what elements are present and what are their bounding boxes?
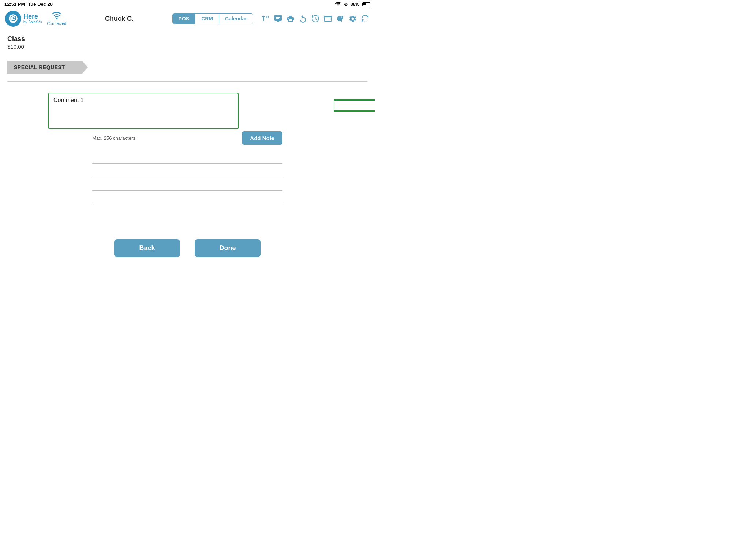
lock-icon: ⊙ xyxy=(344,2,348,7)
svg-point-1 xyxy=(12,17,14,18)
special-request-tag: SPECIAL REQUEST xyxy=(7,61,88,74)
svg-marker-4 xyxy=(334,93,375,118)
svg-text:T: T xyxy=(262,16,265,22)
comment-footer: Max. 256 characters Add Note xyxy=(92,131,282,145)
comment-input[interactable]: Comment 1 xyxy=(48,93,239,129)
special-request-label: SPECIAL REQUEST xyxy=(14,64,65,70)
wifi-status-icon xyxy=(335,1,341,7)
battery-percent: 38% xyxy=(351,2,359,7)
status-bar: 12:51 PM Tue Dec 20 ⊙ 38% xyxy=(0,0,375,8)
product-info: Class $10.00 xyxy=(7,35,367,50)
toolbar-icons: T ⚙ xyxy=(261,14,370,23)
alarm-icon[interactable] xyxy=(311,14,320,23)
printer-icon[interactable] xyxy=(286,14,295,23)
empty-lines-section xyxy=(7,163,367,217)
logo-here-label: Here xyxy=(23,13,42,20)
logo-text: Here by SalesVu xyxy=(23,13,42,25)
settings-icon[interactable] xyxy=(348,14,357,23)
tab-calendar[interactable]: Calendar xyxy=(219,14,253,24)
text-settings-icon[interactable]: T ⚙ xyxy=(261,14,270,23)
svg-text:⚙: ⚙ xyxy=(266,15,269,19)
user-name: Chuck C. xyxy=(71,15,167,23)
back-button[interactable]: Back xyxy=(114,239,180,257)
tab-pos[interactable]: POS xyxy=(173,14,196,24)
wifi-connected-area: Connected xyxy=(47,12,66,26)
section-divider xyxy=(7,81,367,82)
status-date: Tue Dec 20 xyxy=(28,1,53,7)
comment-section: Comment 1 Max. 256 characters Add Note xyxy=(48,93,326,145)
comment-row: Comment 1 xyxy=(48,93,326,129)
done-button[interactable]: Done xyxy=(195,239,261,257)
connected-label: Connected xyxy=(47,21,66,26)
nav-bar: Here by SalesVu Connected Chuck C. POS C… xyxy=(0,8,375,29)
logo-area: Here by SalesVu xyxy=(5,11,42,27)
nav-tabs: POS CRM Calendar xyxy=(172,13,253,24)
logo-icon xyxy=(5,11,21,27)
special-request-wrapper: SPECIAL REQUEST xyxy=(7,61,367,74)
char-limit-text: Max. 256 characters xyxy=(92,135,135,141)
arrow-graphic xyxy=(334,89,375,123)
refresh-icon[interactable] xyxy=(361,14,370,23)
chat-icon[interactable] xyxy=(274,14,282,23)
comment-area-wrapper: Comment 1 Max. 256 characters Add Note xyxy=(7,93,367,145)
product-name: Class xyxy=(7,35,367,43)
wallet-icon[interactable] xyxy=(323,14,332,23)
piggy-bank-icon[interactable] xyxy=(336,14,345,23)
empty-line-4 xyxy=(92,204,282,204)
empty-line-3 xyxy=(92,190,282,191)
status-time: 12:51 PM xyxy=(4,1,25,7)
product-price: $10.00 xyxy=(7,44,367,50)
undo-icon[interactable] xyxy=(299,14,307,23)
bottom-buttons: Back Done xyxy=(7,239,367,268)
battery-icon xyxy=(362,2,370,6)
empty-line-2 xyxy=(92,177,282,177)
tab-crm[interactable]: CRM xyxy=(195,14,219,24)
add-note-button[interactable]: Add Note xyxy=(242,131,282,145)
logo-by-label: by SalesVu xyxy=(23,20,42,24)
empty-line-1 xyxy=(92,163,282,164)
main-content: Class $10.00 SPECIAL REQUEST Comment 1 M… xyxy=(0,29,375,274)
wifi-icon xyxy=(52,12,62,21)
